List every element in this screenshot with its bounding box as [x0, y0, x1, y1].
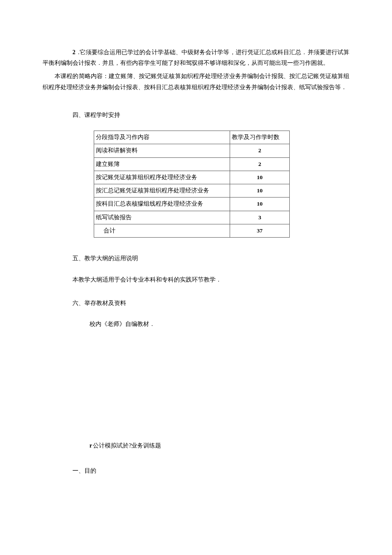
- section-4-heading: 四、课程学时安持: [72, 110, 349, 120]
- course-summary: 本课程的简略内容：建立账簿、按记账凭证核算如织程序处理经济业务并编制会计报我、按…: [43, 71, 349, 92]
- row-content: 按汇总记账凭证核算组织程序处理经济业务: [94, 184, 230, 198]
- row-hours: 2: [230, 157, 290, 171]
- table-row: 阅读和讲解资料 2: [94, 144, 290, 157]
- header-content: 分段指导及习作内容: [94, 131, 230, 144]
- exercise-title-text: 公计模拟试於?业务训练题: [93, 442, 161, 449]
- row-hours: 3: [230, 211, 290, 224]
- row-hours: 10: [230, 198, 290, 211]
- exercise-title: r公计模拟试於?业务训练题: [89, 440, 349, 451]
- exercise-section-1: 一、目的: [72, 465, 349, 476]
- section-5-body: 本教学大纲适用于会计专业本科和专科的实践环节教学．: [72, 274, 349, 285]
- spacer: [43, 342, 349, 440]
- total-label: 合计: [94, 224, 230, 238]
- table-row: 按汇总记账凭证核算组织程序处理经济业务 10: [94, 184, 290, 198]
- row-hours: 10: [230, 171, 290, 184]
- point-2-text: .它须要综合运用已学过的会计学基础、中级财务会计学等，进行凭证汇总或科目汇总．并…: [43, 49, 349, 66]
- row-content: 按科目汇总表核獴组线程序处理经济业务: [94, 198, 230, 211]
- hours-table: 分段指导及习作内容 教学及习作学时数 阅读和讲解资料 2 建立账簿 2 按记账凭…: [94, 131, 290, 238]
- row-content: 纸写试验报告: [94, 211, 230, 224]
- table-row: 按科目汇总表核獴组线程序处理经济业务 10: [94, 198, 290, 211]
- section-5-heading: 五、教学大纲的运用说明: [72, 253, 349, 264]
- table-row: 纸写试验报告 3: [94, 211, 290, 224]
- row-hours: 10: [230, 184, 290, 198]
- section-6-body: 校内《老师》自编教材．: [89, 319, 349, 329]
- table-total-row: 合计 37: [94, 224, 290, 238]
- table-header-row: 分段指导及习作内容 教学及习作学时数: [94, 131, 290, 144]
- point-2-number: 2: [72, 49, 75, 55]
- header-hours: 教学及习作学时数: [230, 131, 290, 144]
- total-hours: 37: [230, 224, 290, 238]
- table-row: 按记账凭证核算组织程序处理经济业务 10: [94, 171, 290, 184]
- table-row: 建立账簿 2: [94, 157, 290, 171]
- exercise-prefix: r: [89, 442, 92, 449]
- row-content: 建立账簿: [94, 157, 230, 171]
- point-2-paragraph: 2.它须要综合运用已学过的会计学基础、中级财务会计学等，进行凭证汇总或科目汇总．…: [43, 47, 349, 68]
- row-hours: 2: [230, 144, 290, 157]
- row-content: 阅读和讲解资料: [94, 144, 230, 157]
- row-content: 按记账凭证核算组织程序处理经济业务: [94, 171, 230, 184]
- section-6-heading: 六、举存教材及资料: [72, 298, 349, 308]
